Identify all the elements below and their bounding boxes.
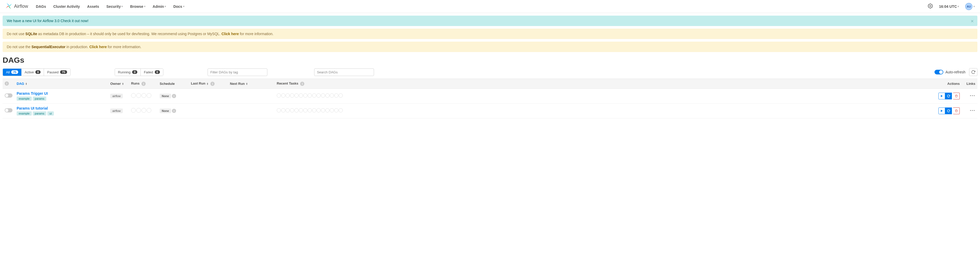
- nav-dags[interactable]: DAGs: [36, 5, 46, 9]
- autorefresh-toggle[interactable]: [934, 70, 943, 75]
- run-circle[interactable]: [131, 108, 136, 113]
- nav-browse[interactable]: Browse▾: [130, 5, 145, 9]
- task-circle[interactable]: [299, 94, 303, 98]
- filter-failed[interactable]: Failed0: [140, 69, 163, 76]
- run-circle[interactable]: [147, 93, 151, 98]
- sort-icon[interactable]: ▲▼: [25, 83, 27, 85]
- info-icon[interactable]: i: [300, 82, 304, 86]
- refresh-dag-button[interactable]: [945, 107, 952, 114]
- dag-tag[interactable]: example: [17, 97, 32, 101]
- task-circle[interactable]: [325, 94, 329, 98]
- refresh-dag-button[interactable]: [945, 93, 952, 99]
- dag-tag[interactable]: params: [33, 111, 46, 116]
- delete-button[interactable]: [953, 107, 960, 114]
- task-circle[interactable]: [286, 108, 290, 112]
- schedule-badge[interactable]: None: [160, 94, 171, 99]
- info-icon[interactable]: i: [142, 82, 146, 86]
- filter-all[interactable]: All75: [3, 69, 21, 76]
- task-circle[interactable]: [334, 108, 338, 112]
- task-circle[interactable]: [294, 94, 299, 98]
- run-circle[interactable]: [147, 108, 151, 113]
- task-circle[interactable]: [286, 94, 290, 98]
- task-circle[interactable]: [277, 94, 281, 98]
- task-circle[interactable]: [281, 108, 285, 112]
- refresh-button[interactable]: [969, 68, 977, 76]
- task-circle[interactable]: [294, 108, 299, 112]
- col-next-run[interactable]: Next Run: [230, 82, 245, 86]
- gear-icon[interactable]: [928, 3, 933, 10]
- links-menu[interactable]: ···: [970, 108, 975, 113]
- task-circle[interactable]: [312, 94, 316, 98]
- info-icon[interactable]: i: [172, 109, 176, 113]
- run-circle[interactable]: [142, 108, 146, 113]
- info-icon[interactable]: i: [210, 82, 215, 86]
- close-icon[interactable]: ×: [970, 18, 974, 24]
- run-circle[interactable]: [136, 108, 141, 113]
- alert-link[interactable]: Click here: [221, 32, 239, 36]
- sort-icon[interactable]: ▲▼: [207, 83, 208, 85]
- task-circle[interactable]: [330, 108, 334, 112]
- pause-toggle[interactable]: [5, 108, 13, 112]
- col-last-run[interactable]: Last Run: [191, 81, 205, 85]
- task-circle[interactable]: [330, 94, 334, 98]
- task-circle[interactable]: [281, 94, 285, 98]
- trigger-button[interactable]: [939, 107, 945, 114]
- count-badge: 0: [155, 70, 160, 74]
- nav-docs[interactable]: Docs▾: [173, 5, 184, 9]
- chevron-down-icon: ▾: [165, 5, 166, 8]
- dag-tag[interactable]: params: [33, 97, 46, 101]
- filter-paused[interactable]: Paused75: [44, 69, 70, 76]
- task-circle[interactable]: [303, 94, 307, 98]
- task-circle[interactable]: [339, 108, 343, 112]
- alert-link[interactable]: Click here: [89, 45, 107, 49]
- nav-security[interactable]: Security▾: [107, 5, 123, 9]
- alert-executor: Do not use the SequentialExecutor in pro…: [3, 41, 977, 52]
- nav-assets[interactable]: Assets: [87, 5, 99, 9]
- owner-badge[interactable]: airflow: [110, 108, 123, 113]
- toolbar: All75 Active0 Paused75 Running0 Failed0 …: [0, 68, 980, 79]
- schedule-badge[interactable]: None: [160, 108, 171, 113]
- filter-running[interactable]: Running0: [115, 69, 141, 76]
- task-circle[interactable]: [339, 94, 343, 98]
- dag-tag[interactable]: example: [17, 111, 32, 116]
- task-circle[interactable]: [312, 108, 316, 112]
- task-circle[interactable]: [334, 94, 338, 98]
- task-circle[interactable]: [299, 108, 303, 112]
- pause-toggle[interactable]: [5, 94, 13, 98]
- run-circle[interactable]: [131, 93, 136, 98]
- task-circle[interactable]: [308, 108, 312, 112]
- dag-tag[interactable]: ui: [47, 111, 54, 116]
- task-circle[interactable]: [317, 94, 321, 98]
- links-menu[interactable]: ···: [970, 93, 975, 99]
- sort-icon[interactable]: ▲▼: [246, 83, 248, 85]
- task-circle[interactable]: [321, 108, 325, 112]
- owner-badge[interactable]: airflow: [110, 94, 123, 99]
- task-circle[interactable]: [325, 108, 329, 112]
- info-icon[interactable]: i: [172, 94, 176, 98]
- dag-link[interactable]: Params UI tutorial: [17, 106, 48, 110]
- nav-admin[interactable]: Admin▾: [153, 5, 166, 9]
- search-dags-input[interactable]: [314, 68, 374, 76]
- col-owner[interactable]: Owner: [110, 82, 121, 86]
- task-circle[interactable]: [303, 108, 307, 112]
- task-circle[interactable]: [308, 94, 312, 98]
- task-circle[interactable]: [290, 94, 294, 98]
- task-circle[interactable]: [290, 108, 294, 112]
- alert-new-ui: We have a new UI for Airflow 3.0 Check i…: [3, 16, 977, 26]
- col-dag[interactable]: DAG: [17, 82, 24, 86]
- run-circle[interactable]: [136, 93, 141, 98]
- user-menu[interactable]: AU ▾: [965, 3, 975, 10]
- task-circle[interactable]: [317, 108, 321, 112]
- clock[interactable]: 16:04 UTC▾: [939, 5, 959, 9]
- brand[interactable]: Airflow: [5, 2, 28, 10]
- tag-filter-input[interactable]: [208, 68, 267, 76]
- trigger-button[interactable]: [939, 93, 945, 99]
- task-circle[interactable]: [277, 108, 281, 112]
- delete-button[interactable]: [953, 93, 960, 99]
- dag-link[interactable]: Params Trigger UI: [17, 91, 48, 95]
- sort-icon[interactable]: ▲▼: [122, 83, 124, 85]
- filter-active[interactable]: Active0: [21, 69, 44, 76]
- run-circle[interactable]: [142, 93, 146, 98]
- task-circle[interactable]: [321, 94, 325, 98]
- nav-cluster-activity[interactable]: Cluster Activity: [53, 5, 80, 9]
